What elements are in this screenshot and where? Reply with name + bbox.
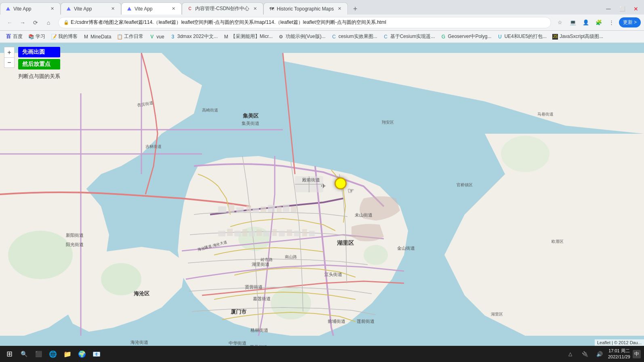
clock[interactable]: 17:01 周二 2022/11/29	[608, 348, 630, 360]
taskbar-chrome-icon[interactable]: 🌍	[76, 348, 88, 360]
zoom-out-button[interactable]: −	[4, 57, 15, 68]
tab-vite-3[interactable]: Vite App ✕	[121, 2, 182, 15]
extensions-button[interactable]: 🧩	[593, 17, 604, 28]
bookmark-js[interactable]: JS JavaSxcript高级图...	[550, 32, 606, 41]
bookmark-icon-baidu: 百	[6, 34, 11, 40]
tab-historic-maps[interactable]: 🗺 Historic Topographic Maps ✕	[263, 2, 348, 15]
screensaver-button[interactable]: 💻	[567, 17, 579, 28]
tab-bar: Vite App ✕ Vite App ✕ Vite App ✕	[0, 0, 644, 15]
tab-close-3[interactable]: ✕	[170, 6, 177, 12]
svg-rect-35	[279, 231, 285, 236]
svg-rect-36	[287, 229, 292, 236]
bookmark-ue[interactable]: U UE4和UE5的打包...	[495, 32, 549, 41]
bookmark-func[interactable]: ⚙ 功能示例(Vue版)...	[276, 32, 328, 41]
svg-rect-31	[249, 231, 255, 236]
close-window-button[interactable]: ✕	[630, 3, 642, 15]
search-taskbar-button[interactable]: 🔍	[18, 348, 30, 360]
update-button[interactable]: 更新 >	[619, 17, 641, 27]
svg-point-4	[8, 231, 73, 279]
toolbar-right: ☆ 💻 👤 🧩 ⋮ 更新 >	[554, 17, 641, 28]
taskbar: ⊞ 🔍 ⬛ 🌐 📁 🌍 📧 △ 🔌 🔊 17:01 周二 2	[0, 346, 644, 362]
svg-text:湖里区: 湖里区	[491, 312, 503, 316]
zoom-in-button[interactable]: +	[4, 47, 15, 57]
svg-rect-21	[253, 208, 259, 213]
bookmark-minedata[interactable]: M MineData	[81, 33, 114, 40]
svg-marker-1	[67, 7, 71, 11]
volume-icon[interactable]: 🔊	[593, 348, 606, 360]
taskbar-left: ⊞ 🔍 ⬛ 🌐 📁 🌍 📧	[3, 348, 103, 360]
notification-icon[interactable]: △	[564, 348, 577, 360]
svg-text:格林街道: 格林街道	[250, 328, 268, 333]
bookmark-3dmax[interactable]: 3 3dmax 2022中文...	[168, 32, 220, 41]
reload-button[interactable]: ⟳	[30, 17, 41, 28]
restore-button[interactable]: ⬜	[617, 3, 628, 15]
bookmark-icon-geoserver: G	[440, 34, 446, 40]
map-container[interactable]: 集美区 集美街道 海沧区 湖里区 厦门市 殿前街道 未山街道 金山街道 海沧街道…	[0, 43, 644, 346]
bookmark-icon-ue: U	[497, 34, 503, 40]
svg-text:马巷街道: 马巷街道	[537, 112, 554, 116]
svg-text:厦门市: 厦门市	[230, 309, 247, 315]
bookmark-icon-micr: M	[223, 34, 229, 40]
map-marker[interactable]	[335, 177, 347, 189]
bookmark-icon-minedata: M	[83, 34, 89, 40]
tab-title-5: Historic Topographic Maps	[277, 6, 334, 12]
tab-close-4[interactable]: ✕	[252, 6, 258, 12]
taskbar-edge-icon[interactable]: 🌐	[47, 348, 59, 360]
address-bar: ← → ⟳ ⌂ 🔒 E:/csdnr博客者/地图之家/leaflet篇/114.…	[0, 15, 644, 31]
start-button[interactable]: ⊞	[3, 348, 15, 360]
map-controls: + −	[4, 47, 15, 68]
bookmark-cesium1[interactable]: C cesium实效果图...	[329, 32, 380, 41]
profile-button[interactable]: 👤	[580, 17, 591, 28]
svg-rect-29	[234, 231, 241, 236]
tab-close-2[interactable]: ✕	[109, 6, 116, 12]
bookmark-vue[interactable]: V vue	[147, 33, 166, 40]
url-bar[interactable]: 🔒 E:/csdnr博客者/地图之家/leaflet篇/114.（leaflet…	[58, 17, 551, 28]
task-view-button[interactable]: ⬛	[32, 348, 44, 360]
tab-csdn[interactable]: C 内容管理-CSDN创作中心 ✕	[182, 2, 263, 15]
svg-point-8	[364, 245, 388, 265]
bookmark-label-micr: 【采测能用】Micr...	[231, 33, 273, 40]
tab-close-5[interactable]: ✕	[336, 6, 343, 12]
svg-rect-26	[291, 206, 297, 212]
taskbar-email-icon[interactable]: 📧	[90, 348, 103, 360]
map-attribution: Leaflet | © 2012 Dau...	[595, 339, 644, 346]
bookmark-study[interactable]: 📚 学习	[26, 32, 48, 41]
tab-vite-1[interactable]: Vite App ✕	[0, 2, 61, 15]
svg-text:未山街道: 未山街道	[355, 213, 373, 217]
language-indicator[interactable]: 中	[633, 350, 641, 358]
draw-circle-button[interactable]: 先画出圆	[18, 47, 60, 57]
svg-text:嘉莲街道: 嘉莲街道	[253, 296, 271, 301]
svg-text:高崎街道: 高崎街道	[202, 108, 218, 112]
back-button[interactable]: ←	[4, 17, 15, 28]
bookmarks-bar: 百 百度 📚 学习 📝 我的博客 M MineData 📋 工作日常 V vu	[0, 31, 644, 43]
forward-button[interactable]: →	[17, 17, 28, 28]
bookmark-myblog[interactable]: 📝 我的博客	[48, 32, 80, 41]
tab-close-1[interactable]: ✕	[49, 6, 55, 12]
svg-rect-30	[242, 229, 247, 236]
place-point-button[interactable]: 然后放置点	[18, 59, 60, 69]
settings-button[interactable]: ⋮	[606, 17, 617, 28]
tab-vite-2[interactable]: Vite App ✕	[61, 2, 121, 15]
svg-text:殿前街道: 殿前街道	[302, 177, 320, 182]
bookmark-icon-myblog: 📝	[51, 34, 57, 40]
home-button[interactable]: ⌂	[43, 17, 54, 28]
bookmark-star-button[interactable]: ☆	[554, 17, 566, 28]
bookmark-label-func: 功能示例(Vue版)...	[286, 33, 326, 40]
instruction-panel: 先画出圆 然后放置点 判断点与圆的关系	[18, 47, 60, 80]
new-tab-button[interactable]: +	[349, 3, 361, 15]
svg-rect-28	[227, 229, 233, 236]
bookmark-label-myblog: 我的博客	[58, 33, 78, 40]
bookmark-icon-js: JS	[552, 34, 558, 40]
taskbar-explorer-icon[interactable]: 📁	[61, 348, 74, 360]
svg-rect-34	[272, 229, 277, 236]
bookmark-baidu[interactable]: 百 百度	[3, 32, 25, 41]
minimize-button[interactable]: ─	[603, 3, 614, 15]
bookmark-label-3dmax: 3dmax 2022中文...	[177, 33, 218, 40]
bookmark-cesium2[interactable]: C 基于Cesium实现遥...	[381, 32, 438, 41]
bookmark-label-cesium1: cesium实效果图...	[339, 33, 377, 40]
svg-rect-20	[246, 206, 251, 213]
bookmark-workdaily[interactable]: 📋 工作日常	[114, 32, 146, 41]
bookmark-geoserver[interactable]: G Geoserver中Polyg...	[438, 32, 494, 41]
network-icon[interactable]: 🔌	[579, 348, 591, 360]
bookmark-micr[interactable]: M 【采测能用】Micr...	[221, 32, 275, 41]
